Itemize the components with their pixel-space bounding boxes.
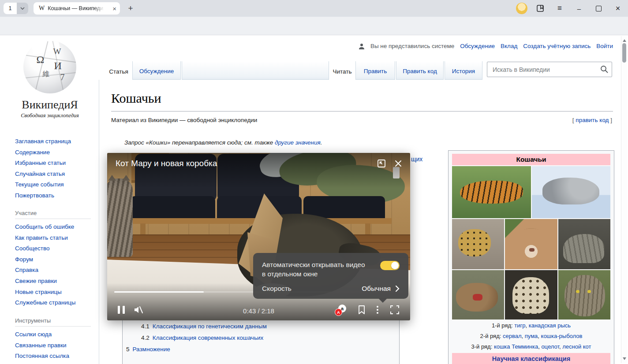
sidebar-link[interactable]: Постоянная ссылка bbox=[15, 351, 91, 362]
wikipedia-logo[interactable]: Ω W И 維 7 bbox=[18, 41, 82, 100]
video-player-overlay[interactable]: Кот Мару и новая коробка 0:43 / 2:18 а A… bbox=[107, 153, 410, 320]
caption-link[interactable]: канадская рысь bbox=[529, 322, 571, 329]
speed-value[interactable]: Обычная bbox=[362, 285, 391, 293]
toc-item[interactable]: 4.1Классификация по генетическим данным bbox=[126, 321, 399, 332]
wikipedia-favicon: W bbox=[39, 5, 45, 12]
sidebar-link[interactable]: Сообщество bbox=[15, 243, 91, 254]
fullscreen-icon[interactable] bbox=[389, 305, 400, 315]
infobox-image-puma[interactable] bbox=[505, 219, 557, 269]
caption-link[interactable]: тигр bbox=[514, 322, 525, 329]
tab-title: Кошачьи — Википедия bbox=[48, 5, 104, 11]
tab-article[interactable]: Статья bbox=[106, 61, 131, 80]
tab-close-icon[interactable]: × bbox=[112, 5, 116, 12]
pip-restore-icon[interactable] bbox=[377, 159, 386, 168]
chevron-down-icon[interactable] bbox=[17, 3, 28, 14]
video-more-icon[interactable] bbox=[374, 305, 381, 315]
menu-icon[interactable]: ≡ bbox=[555, 4, 564, 13]
sidebar-link[interactable]: Заглавная страница bbox=[15, 136, 71, 147]
caption-link[interactable]: кошка Темминка bbox=[494, 343, 538, 350]
sidebar-link[interactable]: Пожертвовать bbox=[15, 190, 71, 201]
tab-talk[interactable]: Обсуждение bbox=[132, 61, 181, 80]
tab-edit-source[interactable]: Править код bbox=[396, 61, 444, 80]
sidebar-link[interactable]: Сообщить об ошибке bbox=[15, 222, 91, 233]
toc-item[interactable]: 5Размножение bbox=[126, 344, 399, 355]
translate-video-icon[interactable]: а A bbox=[335, 305, 346, 316]
tab-edit[interactable]: Править bbox=[355, 61, 395, 80]
scroll-up-arrow[interactable] bbox=[623, 39, 626, 42]
taxobox: Кошачьи 1-й ряд: тигр, канадская рысь 2-… bbox=[448, 150, 614, 364]
article-link-fragment[interactable]: щих bbox=[411, 156, 422, 163]
sidebar-link[interactable]: Содержание bbox=[15, 147, 71, 158]
edit-code-link[interactable]: править код bbox=[576, 117, 609, 123]
side-panels-icon[interactable] bbox=[536, 4, 545, 13]
toc-link[interactable]: Классификация современных кошачьих bbox=[153, 334, 263, 341]
video-bookmark-icon[interactable] bbox=[357, 305, 366, 315]
sidebar-link[interactable]: Избранные статьи bbox=[15, 158, 71, 169]
caption-link[interactable]: сервал bbox=[503, 333, 522, 339]
classification-link[interactable]: Научная классификация bbox=[492, 355, 570, 362]
caption-separator: , bbox=[525, 322, 528, 329]
tab-counter-control[interactable]: 1 bbox=[4, 3, 28, 14]
sidebar-link[interactable]: Служебные страницы bbox=[15, 297, 91, 308]
toc-item[interactable]: 4.2Классификация современных кошачьих bbox=[126, 332, 399, 344]
infobox-image-fishing-cat[interactable] bbox=[558, 219, 610, 269]
sidebar-link[interactable]: Случайная статья bbox=[15, 169, 71, 180]
personal-link-login[interactable]: Войти bbox=[596, 43, 613, 49]
personal-link-talk[interactable]: Обсуждение bbox=[460, 43, 495, 49]
page-scrollbar[interactable] bbox=[621, 36, 627, 363]
sidebar-section-title: Участие bbox=[15, 210, 91, 219]
tab-read[interactable]: Читать bbox=[330, 61, 355, 80]
minimize-button[interactable]: – bbox=[575, 4, 583, 13]
wiki-search-box[interactable] bbox=[487, 62, 612, 77]
personal-link-contributions[interactable]: Вклад bbox=[501, 43, 517, 49]
classification-header[interactable]: Научная классификация bbox=[452, 353, 610, 364]
sidebar-link[interactable]: Связанные правки bbox=[15, 340, 91, 351]
infobox-caption-row3: 3-й ряд: кошка Темминка, оцелот, лесной … bbox=[452, 342, 610, 351]
personal-link-create-account[interactable]: Создать учётную запись bbox=[523, 43, 591, 49]
chevron-right-icon[interactable] bbox=[396, 286, 400, 293]
caption-label: 2-й ряд: bbox=[480, 333, 503, 339]
content-divider bbox=[99, 80, 99, 364]
toc-link[interactable]: Размножение bbox=[133, 346, 170, 353]
toc-link[interactable]: Классификация по генетическим данным bbox=[153, 323, 267, 330]
wikipedia-wordmark[interactable]: ВикипедиЯ bbox=[12, 98, 87, 111]
caption-link[interactable]: оцелот bbox=[541, 343, 559, 350]
caption-link[interactable]: лесной кот bbox=[562, 343, 591, 350]
caption-link[interactable]: пума bbox=[525, 333, 538, 339]
sidebar-link[interactable]: Текущие события bbox=[15, 179, 71, 190]
sidebar-link[interactable]: Ссылки сюда bbox=[15, 329, 91, 340]
profile-avatar[interactable] bbox=[516, 3, 527, 14]
infobox-image-tiger[interactable] bbox=[452, 166, 531, 218]
video-title: Кот Мару и новая коробка bbox=[116, 159, 217, 168]
caption-link[interactable]: кошка-рыболов bbox=[541, 333, 583, 339]
sidebar-link[interactable]: Свежие правки bbox=[15, 276, 91, 287]
close-window-button[interactable]: × bbox=[613, 4, 622, 13]
browser-tab[interactable]: W Кошачьи — Википедия × bbox=[34, 2, 120, 15]
infobox-image-serval[interactable] bbox=[452, 219, 504, 269]
tab-history[interactable]: История bbox=[445, 61, 482, 80]
wikipedia-tagline: Свободная энциклопедия bbox=[12, 112, 87, 119]
new-tab-button[interactable]: + bbox=[125, 3, 136, 14]
infobox-image-canada-lynx[interactable] bbox=[532, 166, 611, 218]
scroll-down-arrow[interactable] bbox=[623, 357, 626, 360]
scroll-thumb[interactable] bbox=[622, 43, 626, 63]
hatnote-link[interactable]: другие значения bbox=[275, 139, 321, 146]
infobox-grid-row-3 bbox=[452, 270, 610, 319]
caption-label: 1-й ряд: bbox=[492, 322, 514, 329]
search-input[interactable] bbox=[492, 65, 597, 74]
caption-label: 3-й ряд: bbox=[471, 343, 494, 350]
tab-filler bbox=[182, 61, 329, 80]
infobox-image-ocelot[interactable] bbox=[505, 270, 557, 319]
maximize-button[interactable] bbox=[594, 4, 603, 13]
video-close-icon[interactable] bbox=[393, 159, 403, 168]
search-icon[interactable] bbox=[600, 65, 608, 75]
sidebar-link[interactable]: Справка bbox=[15, 265, 91, 276]
infobox-caption-row1: 1-й ряд: тигр, канадская рысь bbox=[452, 321, 610, 330]
sidebar-link[interactable]: Форум bbox=[15, 254, 91, 265]
infobox-image-forest-cat[interactable] bbox=[558, 270, 610, 319]
auto-open-toggle[interactable] bbox=[380, 261, 400, 270]
tab-strip: 1 W Кошачьи — Википедия × + ≡ – × bbox=[0, 0, 628, 17]
sidebar-link[interactable]: Как править статьи bbox=[15, 233, 91, 244]
infobox-image-temminck-cat[interactable] bbox=[452, 270, 504, 319]
sidebar-link[interactable]: Новые страницы bbox=[15, 287, 91, 298]
